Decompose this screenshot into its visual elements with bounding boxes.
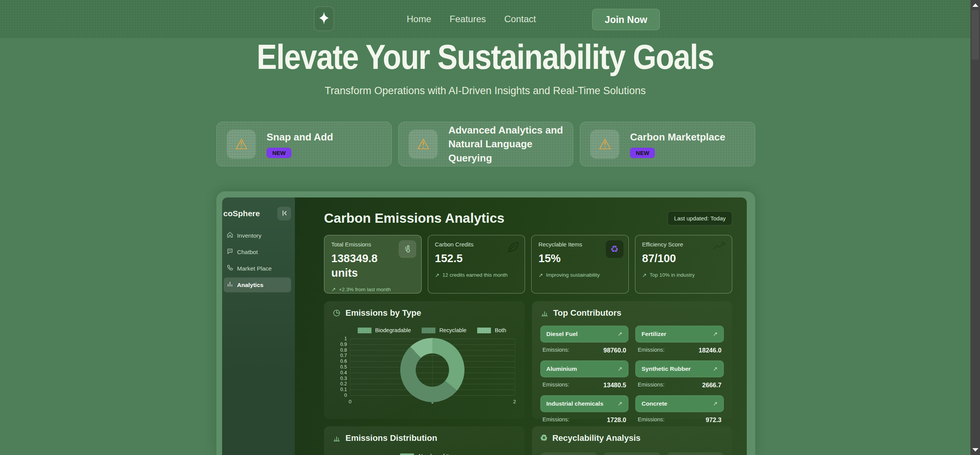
- donut-chart: 10.90.80.70.60.50.40.30.20.10012: [332, 336, 516, 412]
- sidebar-item-inventory[interactable]: Inventory: [224, 228, 291, 243]
- gridline: [350, 339, 350, 395]
- stat-trend: ↗Improving sustainability: [538, 272, 622, 278]
- emissions-value: 18246.0: [699, 347, 722, 354]
- panel-title-text: Emissions Distribution: [345, 433, 437, 443]
- sidebar-item-label: Market Place: [237, 265, 272, 272]
- sidebar-item-market-place[interactable]: Market Place: [224, 261, 291, 276]
- stat-trend: ↗12 credits earned this month: [435, 272, 518, 278]
- browser-scrollbar[interactable]: [970, 0, 980, 455]
- donut: [400, 338, 465, 402]
- contributor-button-industrial-chemicals[interactable]: Industrial chemicals↗: [540, 395, 629, 412]
- contributor-grid: Diesel Fuel↗ Emissions:98760.0 Fertilize…: [540, 326, 724, 424]
- contributor-item: Concrete↗ Emissions:972.3: [635, 395, 724, 424]
- trend-up-icon: ↗: [538, 272, 543, 278]
- stat-trend: ↗+2.3% from last month: [331, 286, 414, 292]
- legend-swatch: [477, 328, 491, 333]
- contributor-item: Fertilizer↗ Emissions:18246.0: [635, 326, 724, 354]
- stat-trend-text: Improving sustainability: [546, 272, 600, 278]
- sidebar-header: coSphere: [225, 207, 291, 220]
- legend-item[interactable]: Both: [477, 327, 506, 333]
- warning-icon: ⚠: [409, 130, 438, 159]
- tab-both[interactable]: Both: [666, 452, 724, 455]
- feature-title: Carbon Marketplace: [630, 130, 725, 144]
- y-axis-tick: 0.5: [335, 364, 347, 370]
- charts-row: Emissions by Type Biodegradable Recyclab…: [324, 301, 732, 419]
- legend-item[interactable]: Recyclable: [422, 327, 466, 333]
- sidebar-item-label: Analytics: [237, 282, 263, 289]
- join-now-button[interactable]: Join Now: [592, 9, 660, 30]
- warning-icon: ⚠: [227, 130, 256, 159]
- legend-label: Recyclable: [439, 327, 466, 333]
- contributor-button-fertilizer[interactable]: Fertilizer↗: [635, 326, 724, 342]
- sparkle-icon: [319, 11, 329, 26]
- contributor-button-concrete[interactable]: Concrete↗: [635, 395, 724, 412]
- emissions-value: 1728.0: [607, 416, 626, 424]
- nav-link-contact[interactable]: Contact: [504, 14, 536, 24]
- y-axis-tick: 0: [335, 393, 347, 398]
- bar-chart-icon: [540, 309, 549, 317]
- feature-title: Advanced Analytics and Natural Language …: [448, 123, 563, 165]
- feature-card-snap-and-add[interactable]: ⚠ Snap and Add NEW: [216, 122, 392, 166]
- stat-card-carbon-credits: Carbon Credits 152.5 ↗12 credits earned …: [428, 235, 525, 294]
- stat-trend-text: 12 credits earned this month: [442, 272, 507, 278]
- tab-recyclable[interactable]: Recyclable: [603, 452, 661, 455]
- bar-legend: Number of Items: [344, 453, 516, 455]
- chart-grid: 10.90.80.70.60.50.40.30.20.10012: [350, 339, 515, 395]
- gridline: [515, 339, 515, 395]
- feature-card-advanced-analytics[interactable]: ⚠ Advanced Analytics and Natural Languag…: [398, 122, 574, 166]
- contributor-button-aluminium[interactable]: Aluminium↗: [540, 360, 629, 377]
- nav-link-features[interactable]: Features: [450, 14, 486, 24]
- sidebar-item-analytics[interactable]: Analytics: [224, 277, 291, 292]
- tab-biodegradable[interactable]: Biodegradable: [540, 452, 598, 455]
- stat-trend-text: Top 10% in industry: [650, 272, 695, 278]
- collapse-sidebar-button[interactable]: [277, 207, 291, 220]
- x-axis-tick: 2: [513, 399, 516, 404]
- stat-value: 15%: [538, 251, 605, 266]
- top-contributors-panel: Top Contributors Diesel Fuel↗ Emissions:…: [532, 301, 733, 419]
- stat-card-total-emissions: Total Emissions 138349.8 units ↗+2.3% fr…: [324, 235, 422, 294]
- panel-title-text: Recyclability Analysis: [552, 433, 640, 443]
- y-axis-tick: 0.3: [335, 376, 347, 381]
- legend-swatch: [358, 328, 371, 333]
- bar-chart-icon: [227, 281, 233, 289]
- y-axis-tick: 0.2: [335, 381, 347, 387]
- legend-swatch: [422, 328, 435, 333]
- emissions-label: Emissions:: [543, 347, 569, 354]
- recycle-icon: ♻: [606, 240, 623, 258]
- scrollbar-thumb[interactable]: [972, 10, 979, 60]
- legend-item[interactable]: Biodegradable: [358, 327, 411, 333]
- nav-link-home[interactable]: Home: [407, 14, 431, 24]
- trend-up-icon: ↗: [642, 272, 647, 278]
- external-link-icon: ↗: [713, 365, 718, 372]
- contributor-button-synthetic-rubber[interactable]: Synthetic Rubber↗: [635, 360, 724, 377]
- legend-label: Biodegradable: [375, 327, 411, 333]
- dashboard: coSphere Inventory Chatbot: [222, 197, 747, 455]
- new-badge: NEW: [267, 148, 291, 158]
- legend-swatch: [400, 453, 414, 455]
- feature-title: Snap and Add: [267, 130, 333, 144]
- external-link-icon: ↗: [713, 331, 718, 338]
- pie-legend: Biodegradable Recyclable Both: [348, 327, 516, 333]
- emissions-label: Emissions:: [638, 416, 664, 424]
- stat-trend-text: +2.3% from last month: [339, 287, 391, 292]
- y-axis-tick: 0.6: [335, 359, 347, 364]
- sidebar: coSphere Inventory Chatbot: [222, 197, 295, 455]
- feature-card-carbon-marketplace[interactable]: ⚠ Carbon Marketplace NEW: [580, 122, 755, 166]
- leaf-icon: [506, 240, 520, 256]
- stat-label: Carbon Credits: [435, 241, 518, 248]
- y-axis-tick: 0.8: [335, 347, 347, 353]
- trend-up-icon: ↗: [331, 286, 336, 292]
- sidebar-item-chatbot[interactable]: Chatbot: [224, 245, 291, 259]
- panel-title: Emissions by Type: [332, 308, 516, 318]
- scroll-down-arrow[interactable]: [972, 448, 978, 452]
- contributor-button-diesel-fuel[interactable]: Diesel Fuel↗: [540, 326, 629, 342]
- emissions-distribution-panel: Emissions Distribution Number of Items 1…: [324, 426, 525, 455]
- hero-title: Elevate Your Sustainability Goals: [0, 38, 970, 77]
- dashboard-header: Carbon Emissions Analytics Last updated:…: [324, 210, 732, 226]
- recyclability-tabs: Biodegradable Recyclable Both: [540, 452, 724, 455]
- logo[interactable]: [314, 7, 334, 31]
- scroll-up-arrow[interactable]: [972, 3, 978, 7]
- collapse-sidebar-icon: [281, 210, 288, 218]
- recycle-icon: ♻: [540, 433, 548, 443]
- external-link-icon: ↗: [618, 400, 623, 407]
